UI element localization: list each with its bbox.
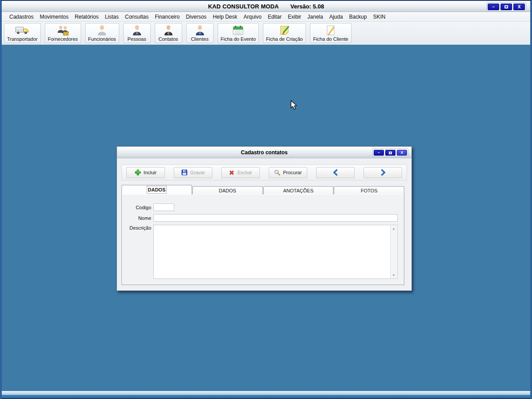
chevron-right-icon [379, 169, 387, 176]
menu-item-listas[interactable]: Listas [102, 13, 121, 21]
menu-item-consultas[interactable]: Consultas [122, 13, 152, 21]
toolbar-button-contatos[interactable]: Contatos [155, 23, 182, 43]
tab-fotos[interactable]: FOTOS [334, 186, 404, 194]
previous-record-button[interactable] [316, 167, 355, 178]
gravar-button[interactable]: Gravar [174, 167, 212, 178]
close-button[interactable]: X [513, 4, 525, 10]
cadastro-contatos-dialog: Cadastro contatos – X Incluir [117, 146, 412, 291]
dialog-action-panel: Incluir Gravar Excluir [121, 164, 407, 180]
toolbar-button-label: Ficha do Evento [221, 36, 256, 42]
menu-item-editar[interactable]: Editar [265, 13, 285, 21]
menu-item-movimentos[interactable]: Movimentos [37, 13, 72, 21]
toolbar-button-ficha-do-cliente[interactable]: Ficha do Cliente [310, 23, 352, 43]
main-titlebar[interactable]: KAD CONSULTOR MODA Versão: 5.08 – X [2, 1, 530, 12]
red-x-icon [229, 170, 235, 176]
maximize-icon [389, 152, 392, 154]
app-version: Versão: 5.08 [290, 3, 324, 10]
toolbar-button-fornecedores[interactable]: Fornecedores [45, 23, 81, 43]
incluir-button[interactable]: Incluir [126, 167, 165, 178]
dados-tab-panel: Codigo Nome Descrição ▲ ▼ [121, 194, 404, 285]
maximize-icon [505, 5, 508, 8]
floppy-disk-icon [181, 169, 188, 176]
dialog-titlebar[interactable]: Cadastro contatos – X [117, 147, 411, 158]
tab-dados-1[interactable]: DADOS [121, 185, 192, 194]
nome-field[interactable] [153, 214, 398, 222]
person-icon [131, 25, 143, 36]
menu-item-backup[interactable]: Backup [346, 13, 370, 21]
minimize-button[interactable]: – [488, 4, 499, 10]
codigo-field[interactable] [153, 203, 174, 211]
excluir-label: Excluir [237, 170, 252, 175]
toolbar-button-pessoas[interactable]: Pessoas [123, 23, 151, 43]
dialog-title: Cadastro contatos [241, 149, 287, 156]
menu-item-exibir[interactable]: Exibir [285, 13, 304, 21]
close-icon: X [518, 5, 521, 9]
menu-item-ajuda[interactable]: Ajuda [326, 13, 346, 21]
toolbar-button-ficha-do-evento[interactable]: Ficha do Evento [218, 23, 259, 43]
window-controls: – X [486, 2, 526, 12]
menu-item-helpdesk[interactable]: Help Desk [210, 13, 240, 21]
contact-icon [163, 25, 174, 36]
event-calendar-icon [232, 25, 244, 36]
suppliers-icon [56, 25, 70, 36]
toolbar-button-transportador[interactable]: Transportador [4, 23, 41, 43]
menu-item-cadastros[interactable]: Cadastros [6, 13, 37, 21]
toolbar-button-label: Transportador [7, 36, 38, 42]
codigo-label: Codigo [122, 205, 151, 210]
maximize-button[interactable] [501, 4, 512, 10]
creation-note-icon [278, 25, 291, 36]
chevron-left-icon [332, 169, 339, 176]
menu-item-arquivo[interactable]: Arquivo [240, 13, 265, 21]
descricao-field[interactable]: ▲ ▼ [153, 225, 398, 279]
menu-item-relatorios[interactable]: Relatórios [71, 13, 102, 21]
tab-label: ANOTAÇÕES [283, 188, 313, 193]
tab-label: FOTOS [361, 188, 378, 193]
bottom-frame-bar [2, 394, 530, 399]
client-card-icon [325, 25, 337, 36]
menubar: Cadastros Movimentos Relatórios Listas C… [2, 12, 530, 22]
dialog-minimize-button[interactable]: – [374, 150, 384, 156]
mdi-client-area: Cadastro contatos – X Incluir [2, 45, 530, 391]
magnifier-icon [274, 169, 280, 176]
menu-item-skin[interactable]: SKIN [370, 13, 388, 21]
next-record-button[interactable] [364, 167, 402, 178]
excluir-button[interactable]: Excluir [221, 167, 260, 178]
toolbar: Transportador Fornecedores [2, 22, 530, 45]
tab-label: DADOS [219, 188, 236, 193]
tab-dados-2[interactable]: DADOS [192, 186, 263, 194]
menu-item-janela[interactable]: Janela [304, 13, 326, 21]
client-icon [194, 25, 206, 36]
toolbar-button-clientes[interactable]: Clientes [186, 23, 214, 43]
tab-label: DADOS [148, 187, 166, 192]
toolbar-button-funcionarios[interactable]: Funcionários [85, 23, 119, 43]
procurar-button[interactable]: Procurar [269, 167, 307, 178]
dialog-close-button[interactable]: X [397, 150, 407, 156]
nome-label: Nome [122, 215, 151, 221]
application-window: KAD CONSULTOR MODA Versão: 5.08 – X Cada… [0, 0, 532, 399]
tab-anotacoes[interactable]: ANOTAÇÕES [263, 186, 334, 194]
truck-icon [15, 25, 30, 36]
minimize-icon: – [378, 151, 380, 155]
gravar-label: Gravar [190, 170, 205, 175]
incluir-label: Incluir [144, 170, 156, 175]
dialog-maximize-button[interactable] [385, 150, 395, 156]
toolbar-button-label: Ficha de Criação [266, 36, 303, 42]
toolbar-button-label: Funcionários [88, 36, 116, 42]
dialog-body: Incluir Gravar Excluir [117, 158, 411, 290]
mouse-cursor [290, 100, 297, 112]
scroll-down-icon[interactable]: ▼ [391, 272, 397, 278]
toolbar-button-label: Clientes [191, 36, 209, 42]
dialog-tabbar: DADOS DADOS ANOTAÇÕES FOTOS [121, 186, 404, 194]
descricao-scrollbar[interactable]: ▲ ▼ [390, 226, 397, 278]
toolbar-button-label: Ficha do Cliente [313, 36, 348, 42]
toolbar-button-ficha-de-criacao[interactable]: Ficha de Criação [263, 23, 306, 43]
dialog-window-controls: – X [372, 149, 408, 157]
menu-item-diversos[interactable]: Diversos [183, 13, 210, 21]
close-icon: X [400, 151, 403, 155]
menu-item-financeiro[interactable]: Financeiro [152, 13, 183, 21]
scroll-up-icon[interactable]: ▲ [391, 226, 397, 231]
toolbar-button-label: Contatos [159, 36, 178, 42]
minimize-icon: – [492, 5, 495, 9]
employee-icon [96, 25, 108, 36]
plus-icon [135, 169, 141, 176]
